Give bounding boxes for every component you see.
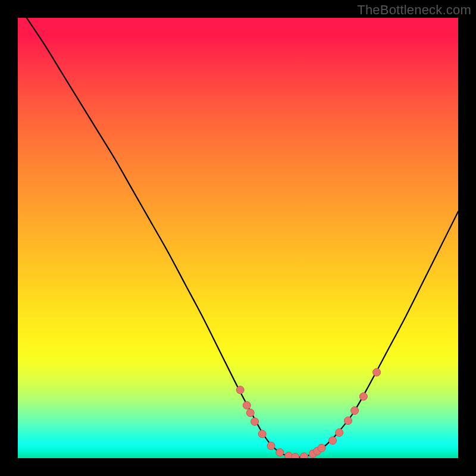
curve-marker bbox=[246, 409, 254, 416]
curve-marker bbox=[236, 386, 244, 394]
curve-marker bbox=[373, 368, 381, 376]
curve-markers bbox=[236, 368, 380, 458]
curve-marker bbox=[336, 429, 343, 437]
curve-marker bbox=[258, 430, 266, 438]
curve-marker bbox=[345, 417, 352, 425]
curve-marker bbox=[292, 453, 299, 458]
curve-marker bbox=[251, 418, 259, 425]
curve-marker bbox=[359, 393, 367, 400]
curve-marker bbox=[329, 437, 337, 444]
curve-marker bbox=[267, 442, 275, 450]
curve-marker bbox=[276, 449, 284, 456]
chart-svg bbox=[18, 18, 458, 458]
chart-container: TheBottleneck.com bbox=[0, 0, 476, 476]
plot-area bbox=[18, 18, 458, 458]
curve-marker bbox=[318, 444, 325, 452]
watermark-text: TheBottleneck.com bbox=[357, 2, 471, 18]
curve-marker bbox=[351, 407, 359, 415]
curve-marker bbox=[300, 453, 308, 458]
curve-marker bbox=[243, 402, 250, 409]
